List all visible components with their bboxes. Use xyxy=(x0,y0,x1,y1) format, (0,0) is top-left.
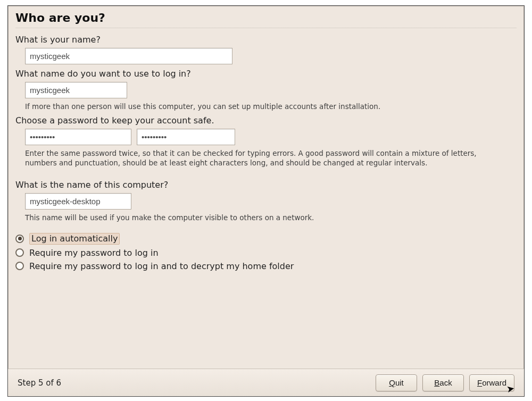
radio-label-decrypt: Require my password to log in and to dec… xyxy=(29,261,294,271)
radio-label-require: Require my password to log in xyxy=(29,248,159,258)
title-divider xyxy=(15,28,517,28)
login-hint: If more than one person will use this co… xyxy=(25,102,517,111)
hostname-input[interactable] xyxy=(25,193,131,210)
radio-icon xyxy=(15,248,24,257)
radio-login-auto[interactable]: Log in automatically xyxy=(15,233,517,245)
username-input[interactable] xyxy=(25,82,127,98)
password-input[interactable] xyxy=(25,129,131,145)
radio-icon xyxy=(15,235,24,243)
quit-button[interactable]: Quit xyxy=(376,374,417,391)
password-confirm-input[interactable] xyxy=(137,129,235,145)
real-name-input[interactable] xyxy=(25,48,232,64)
hostname-question: What is the name of this computer? xyxy=(15,180,517,190)
password-hint: Enter the same password twice, so that i… xyxy=(25,148,509,168)
installer-window: Who are you? What is your name? What nam… xyxy=(7,5,525,397)
page-title: Who are you? xyxy=(15,11,517,24)
radio-icon xyxy=(15,262,24,270)
password-question: Choose a password to keep your account s… xyxy=(15,115,517,126)
footer-bar: Step 5 of 6 Quit Back Forward xyxy=(8,369,524,396)
radio-require-password[interactable]: Require my password to log in xyxy=(15,248,517,258)
name-question: What is your name? xyxy=(15,35,517,45)
radio-label-auto: Log in automatically xyxy=(29,233,120,245)
forward-button[interactable]: Forward xyxy=(469,374,514,391)
radio-require-password-decrypt[interactable]: Require my password to log in and to dec… xyxy=(15,261,517,271)
step-indicator: Step 5 of 6 xyxy=(18,378,61,388)
back-button[interactable]: Back xyxy=(422,374,464,391)
login-name-question: What name do you want to use to log in? xyxy=(15,69,517,79)
hostname-hint: This name will be used if you make the c… xyxy=(25,213,517,222)
